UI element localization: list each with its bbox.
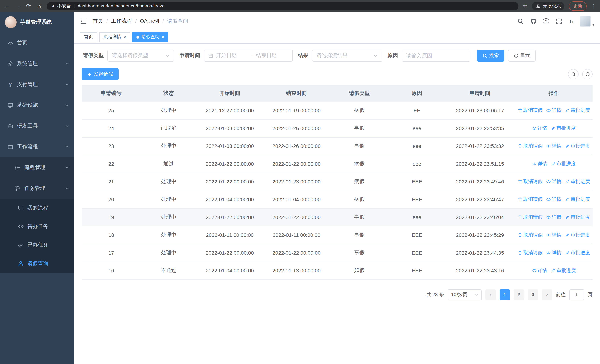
cell-reason: EEE <box>389 173 445 191</box>
cell-reason: eee <box>389 155 445 173</box>
page-button-3[interactable]: 3 <box>528 289 538 300</box>
detail-link[interactable]: 详情 <box>532 125 547 131</box>
cancel-leave-link[interactable]: 取消请假 <box>518 196 543 203</box>
approval-progress-link[interactable]: 审批进度 <box>565 250 590 256</box>
approval-progress-link[interactable]: 审批进度 <box>565 178 590 185</box>
page-size-select[interactable]: 10条/页 <box>448 289 482 300</box>
table-row[interactable]: 25 处理中 2021-12-27 00:00:00 2022-01-19 00… <box>82 102 593 119</box>
leave-type-select[interactable]: 请选择请假类型 <box>107 50 174 62</box>
sidebar-item-done-tasks[interactable]: 已办任务 <box>0 236 74 254</box>
browser-forward-icon[interactable]: → <box>14 3 21 9</box>
detail-link[interactable]: 详情 <box>546 250 562 256</box>
tab-process-detail[interactable]: 流程详情 × <box>99 32 130 42</box>
cell-apply-time: 2022-01-22 23:45:29 <box>445 226 515 244</box>
font-size-icon[interactable]: TT <box>569 18 573 24</box>
sidebar-item-leave-query[interactable]: 请假查询 <box>0 254 74 273</box>
sidebar-item-payment[interactable]: ¥ 支付管理 <box>0 74 74 95</box>
table-row[interactable]: 24 已取消 2022-01-03 00:00:00 2022-01-26 00… <box>82 119 593 137</box>
sidebar-item-system[interactable]: 系统管理 <box>0 53 74 74</box>
browser-refresh-icon[interactable]: ⟳ <box>25 3 32 9</box>
trash-icon <box>518 108 522 113</box>
sidebar-item-task-management[interactable]: 任务管理 <box>0 178 74 199</box>
next-page-button[interactable]: › <box>542 289 552 300</box>
col-header-end: 结束时间 <box>263 85 330 102</box>
search-icon[interactable] <box>517 18 524 24</box>
table-row[interactable]: 16 不通过 2022-01-04 00:00:00 2022-01-13 00… <box>82 262 593 280</box>
approval-progress-link[interactable]: 审批进度 <box>565 107 590 114</box>
toggle-search-button[interactable] <box>568 69 579 79</box>
edit-pen-icon <box>551 126 555 131</box>
cancel-leave-link[interactable]: 取消请假 <box>518 178 543 185</box>
cell-status: 处理中 <box>141 226 197 244</box>
bookmark-star-icon[interactable]: ☆ <box>523 3 527 9</box>
browser-back-icon[interactable]: ← <box>4 3 10 9</box>
browser-menu-icon[interactable]: ⋮ <box>591 3 596 9</box>
cancel-leave-link[interactable]: 取消请假 <box>518 214 543 221</box>
cell-id: 22 <box>82 155 141 173</box>
breadcrumb-item[interactable]: 工作流程 <box>111 18 132 24</box>
sidebar-item-process-management[interactable]: 流程管理 <box>0 157 74 178</box>
cancel-leave-link[interactable]: 取消请假 <box>518 250 543 256</box>
detail-link[interactable]: 详情 <box>546 143 562 149</box>
prev-page-button[interactable]: ‹ <box>486 289 496 300</box>
detail-link[interactable]: 详情 <box>546 107 562 114</box>
user-menu[interactable]: ▾ <box>580 16 594 27</box>
security-warning[interactable]: ▲ 不安全 <box>51 3 71 9</box>
breadcrumb-item[interactable]: 首页 <box>93 18 103 24</box>
reason-input[interactable] <box>406 53 466 59</box>
goto-page-input[interactable] <box>569 289 584 300</box>
refresh-table-button[interactable] <box>582 69 593 79</box>
table-row[interactable]: 18 处理中 2022-01-11 00:00:00 2022-01-11 00… <box>82 226 593 244</box>
table-row[interactable]: 17 处理中 2022-01-22 00:00:00 2022-01-22 00… <box>82 244 593 262</box>
cancel-leave-link[interactable]: 取消请假 <box>518 143 543 149</box>
apply-time-range-picker[interactable]: 开始日期 - 结束日期 <box>204 50 293 62</box>
approval-progress-link[interactable]: 审批进度 <box>551 267 576 274</box>
result-select[interactable]: 请选择流结果 <box>312 50 383 62</box>
reset-button[interactable]: 重置 <box>508 50 535 62</box>
detail-link[interactable]: 详情 <box>546 196 562 203</box>
sidebar-item-todo-tasks[interactable]: 待办任务 <box>0 217 74 236</box>
detail-link[interactable]: 详情 <box>546 232 562 238</box>
approval-progress-link[interactable]: 审批进度 <box>565 214 590 221</box>
detail-link[interactable]: 详情 <box>532 160 547 167</box>
breadcrumb-item[interactable]: OA 示例 <box>140 18 159 24</box>
page-button-2[interactable]: 2 <box>514 289 524 300</box>
app-logo[interactable]: 芋道管理系统 <box>0 12 74 33</box>
browser-home-icon[interactable]: ⌂ <box>36 3 43 9</box>
tab-home[interactable]: 首页 <box>80 32 97 42</box>
search-button[interactable]: 搜索 <box>477 50 504 62</box>
monitor-icon <box>7 102 13 108</box>
sidebar-item-my-process[interactable]: 我的流程 <box>0 199 74 217</box>
approval-progress-link[interactable]: 审批进度 <box>551 160 576 167</box>
github-icon[interactable] <box>530 18 537 24</box>
cell-leave-type: 病假 <box>330 191 389 208</box>
cancel-leave-link[interactable]: 取消请假 <box>518 107 543 114</box>
approval-progress-link[interactable]: 审批进度 <box>551 125 576 131</box>
close-icon[interactable]: × <box>162 35 164 39</box>
cancel-leave-link[interactable]: 取消请假 <box>518 232 543 238</box>
tab-leave-query[interactable]: 请假查询 × <box>132 32 168 42</box>
sidebar-item-workflow[interactable]: 工作流程 <box>0 136 74 157</box>
approval-progress-link[interactable]: 审批进度 <box>565 232 590 238</box>
table-row[interactable]: 22 通过 2022-01-22 00:00:00 2022-01-22 00:… <box>82 155 593 173</box>
create-leave-button[interactable]: 发起请假 <box>82 68 119 80</box>
help-icon[interactable]: ? <box>543 18 549 24</box>
approval-progress-link[interactable]: 审批进度 <box>565 196 590 203</box>
close-icon[interactable]: × <box>123 35 126 39</box>
browser-update-button[interactable]: 更新 <box>569 1 587 10</box>
sidebar-toggle-icon[interactable] <box>80 18 87 24</box>
sidebar-item-home[interactable]: 首页 <box>0 33 74 53</box>
sidebar-item-infrastructure[interactable]: 基础设施 <box>0 95 74 116</box>
table-row[interactable]: 23 处理中 2022-01-03 00:00:00 2022-01-26 00… <box>82 137 593 155</box>
page-button-1[interactable]: 1 <box>500 289 510 300</box>
detail-link[interactable]: 详情 <box>532 267 547 274</box>
sidebar-item-devtools[interactable]: 研发工具 <box>0 116 74 136</box>
table-row[interactable]: 19 处理中 2022-01-22 00:00:00 2022-01-22 00… <box>82 208 593 226</box>
approval-progress-link[interactable]: 审批进度 <box>565 143 590 149</box>
address-bar[interactable]: ▲ 不安全 | dashboard.yudao.iocoder.cn/bpm/o… <box>47 2 519 10</box>
detail-link[interactable]: 详情 <box>546 214 562 221</box>
table-row[interactable]: 20 处理中 2022-01-04 00:00:00 2022-01-04 00… <box>82 191 593 208</box>
table-row[interactable]: 21 处理中 2022-01-22 00:00:00 2022-01-23 00… <box>82 173 593 191</box>
detail-link[interactable]: 详情 <box>546 178 562 185</box>
fullscreen-icon[interactable] <box>555 18 562 24</box>
